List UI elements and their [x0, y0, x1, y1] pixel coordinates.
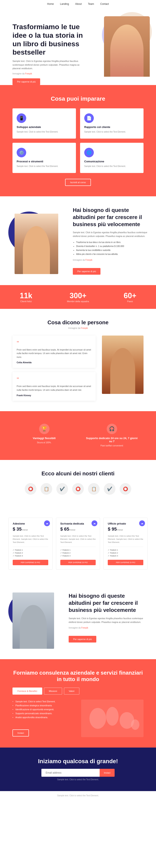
plan-feature: ✓ Feature 2: [60, 552, 96, 554]
pricing-icon: ☁: [44, 520, 50, 526]
cta-email-input[interactable]: [41, 769, 100, 777]
card-text: Sample text. Click to select the Text El…: [16, 130, 72, 133]
testimonial-card: " Proin sed libero enim sed faucibus tur…: [12, 336, 96, 368]
nav-about[interactable]: About: [75, 2, 82, 5]
testimonials-section: Cosa dicono le persone Immagine da Freep…: [0, 309, 156, 411]
world-list-item: Supporto personalizzato straordinario.: [12, 712, 73, 715]
pricing-grid: ☁ Adesione $ 35/mese Sample text. Click …: [8, 518, 148, 570]
world-btn[interactable]: Inviaci: [12, 730, 29, 737]
about-description: Sample text. Click to Egestas egestas fr…: [73, 231, 148, 238]
feature-title: Vantaggi flessibili: [33, 437, 56, 440]
about2-image-credit: Immagine da Freepik: [69, 626, 148, 629]
stat-value: 11k: [0, 291, 52, 300]
stat-label: Clienti felici: [0, 300, 52, 303]
client-logo: ⭕: [25, 483, 36, 495]
world-list-item: Identificazione di opportunità emergenti…: [12, 708, 73, 712]
testimonials-layout: " Proin sed libero enim sed faucibus tur…: [12, 336, 144, 401]
stats-section: 11kClienti felici300+Membri della squadr…: [0, 285, 156, 309]
plan-feature: ✓ Feature 3: [60, 555, 96, 557]
plan-btn[interactable]: PER SAPERNE DI PIÙ: [60, 560, 96, 565]
stat-value: 300+: [52, 291, 104, 300]
about2-person-img: [12, 592, 54, 649]
about2-cta-button[interactable]: Per saperne di più: [69, 636, 96, 643]
world-map: [81, 700, 144, 737]
world-list-item: Analisi approfondita straordinaria.: [12, 715, 73, 719]
card-text: Sample text. Click to select the Text El…: [16, 165, 72, 168]
card-text: Sample text. Click to select the Text El…: [84, 130, 140, 133]
about-list-item: Trasforma la tua idea o la tua storia in…: [76, 240, 148, 244]
world-right: [81, 700, 144, 737]
hero-image-credit: Immagine da Freepik: [12, 72, 83, 75]
world-content: Sample text. Click to select Text Elemen…: [12, 700, 144, 737]
about-cta-button[interactable]: Per saperne di più: [73, 268, 101, 275]
testimonial-person-image: [102, 336, 144, 394]
pricing-icon: ☁: [91, 520, 98, 526]
card-title: Sviluppo aziendale: [16, 125, 72, 129]
plan-price: $ 35/mese: [13, 526, 48, 532]
world-list: Sample text. Click to select Text Elemen…: [12, 700, 73, 719]
plan-feature: ✓ Feature 1: [60, 549, 96, 551]
about-text: Hai bisogno di queste abitudini per far …: [73, 207, 148, 275]
svg-point-1: [106, 707, 119, 726]
about2-title: Hai bisogno di queste abitudini per far …: [69, 592, 148, 614]
about-image-credit: Immagine da Freepik: [73, 258, 148, 262]
feature-title: Supporto dedicato 24 ore su 24, 7 giorni…: [84, 437, 140, 443]
clients-title: Ecco alcuni dei nostri clienti: [12, 470, 144, 477]
plan-price: $ 95/mese: [108, 526, 143, 532]
pricing-card: ☁ Adesione $ 35/mese Sample text. Click …: [8, 518, 53, 570]
client-logo: 📋: [88, 483, 100, 495]
feature-item: 🏆 Vantaggi flessibili Sicura al 100%.: [12, 420, 76, 452]
plan-period: /mese: [117, 528, 123, 531]
nav-contact[interactable]: Contact: [100, 2, 109, 5]
world-left: Sample text. Click to select Text Elemen…: [12, 700, 73, 737]
iscriviti-button[interactable]: Iscriviti al corso: [65, 179, 91, 186]
testimonial-text: Proin sed libero enim sed faucibus turpi…: [16, 384, 91, 392]
cosa-puoi-section: Cosa puoi imparare 📱 Sviluppo aziendale …: [0, 85, 156, 196]
plan-name: Adesione: [13, 522, 48, 525]
about-section: Hai bisogno di queste abitudini per far …: [0, 196, 156, 285]
nav-home[interactable]: Home: [47, 2, 54, 5]
client-logo: ⭕: [72, 483, 84, 495]
world-tab[interactable]: Missioni: [44, 687, 62, 694]
testimonial-text: Proin sed libero enim sed faucibus turpi…: [16, 348, 91, 359]
nav-team[interactable]: Team: [88, 2, 94, 5]
world-tab[interactable]: Fornisce & Benefici: [12, 687, 42, 694]
world-section: Forniamo consulenza aziendale e servizi …: [0, 659, 156, 748]
world-tab[interactable]: Valori: [64, 687, 79, 694]
about-person-img: [14, 214, 58, 274]
feature-icon: 🏆: [39, 424, 49, 434]
card-item: ⚙️ Processi e strumenti Sample text. Cli…: [12, 143, 76, 173]
plan-btn[interactable]: PER SAPERNE DI PIÙ: [13, 560, 48, 565]
testimonial-card: " Proin sed libero enim sed faucibus tur…: [12, 372, 96, 401]
svg-point-0: [89, 708, 106, 729]
plan-btn[interactable]: PER SAPERNE DI PIÙ: [108, 560, 143, 565]
client-logo: 📋: [41, 483, 52, 495]
world-list-item: Sample text. Click to select Text Elemen…: [12, 700, 73, 704]
feature-icon: 🎧: [107, 424, 117, 434]
card-icon: ⚙️: [16, 148, 26, 157]
hero-cta-button[interactable]: Per saperne di più: [12, 79, 40, 85]
features-section: 🏆 Vantaggi flessibili Sicura al 100%. 🎧 …: [0, 411, 156, 460]
feature-text: Sicura al 100%.: [37, 441, 51, 444]
cta-submit-button[interactable]: Inviaci: [100, 769, 114, 777]
world-tabs: Fornisce & BeneficiMissioniValori: [12, 687, 144, 694]
cta-input-row: Inviaci: [12, 769, 144, 777]
testimonial-author: Celia Almeida: [16, 361, 91, 364]
card-icon: 📱: [16, 113, 26, 123]
card-title: Processi e strumenti: [16, 160, 72, 163]
plan-period: /mese: [69, 528, 75, 531]
stat-item: 60+Paesi: [104, 291, 156, 303]
about2-text: Hai bisogno di queste abitudini per far …: [69, 592, 148, 643]
footer: Sample text. Click to select the Text El…: [0, 791, 156, 800]
pricing-card: ☁ Ufficio privato $ 95/mese Sample text.…: [103, 518, 148, 570]
plan-feature: ✓ Feature 3: [13, 555, 48, 557]
world-list-item: Pianificazione strategica straordinaria.: [12, 704, 73, 708]
nav-landing[interactable]: Landing: [60, 2, 69, 5]
about2-description: Sample text. Click to Egestas egestas fr…: [69, 617, 148, 624]
card-item: 📄 Rapporto col cliente Sample text. Clic…: [80, 108, 144, 138]
plan-feature: ✓ Feature 3: [108, 555, 143, 557]
about-title: Hai bisogno di queste abitudini per far …: [73, 207, 148, 228]
card-item: 🌐 Comunicazione Sample text. Click to se…: [80, 143, 144, 173]
plan-feature: ✓ Feature 1: [108, 549, 143, 551]
stat-label: Membri della squadra: [52, 300, 104, 303]
